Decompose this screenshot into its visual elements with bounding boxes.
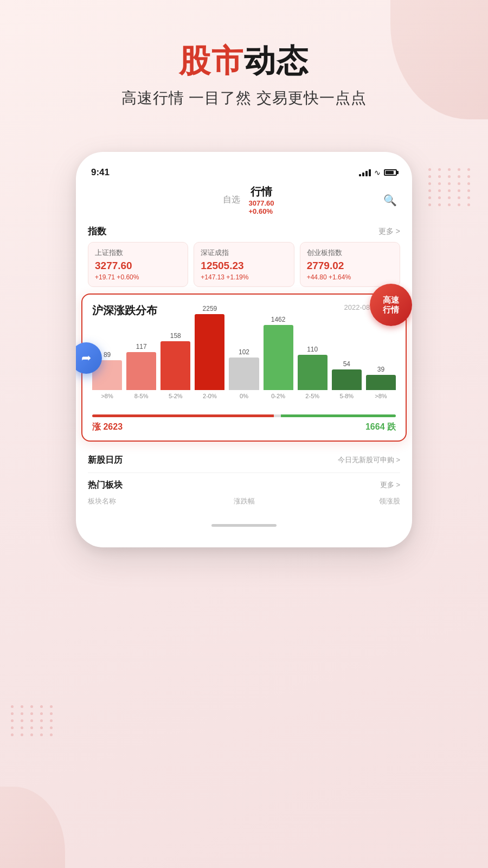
bottom-section: 新股日历 今日无新股可申购 > 热门板块 更多 > 板块名称 涨跌幅 领涨股 [76, 448, 412, 510]
bar-bottom-1: >8% [101, 393, 113, 399]
hot-blocks-more[interactable]: 更多 > [380, 480, 400, 490]
search-icon[interactable]: 🔍 [383, 194, 397, 207]
index-cards: 上证指数 3277.60 +19.71 +0.60% 深证成指 12505.23… [76, 242, 412, 293]
phone-mockup: 9:41 ∿ 自选 行情 3077.60 [76, 152, 412, 547]
title-black: 动态 [244, 43, 309, 78]
bar-label-158: 158 [170, 332, 181, 340]
bar-label-2259: 2259 [203, 305, 217, 312]
dots-decoration-right [428, 168, 472, 222]
bar-group-3: 158 5-2% [160, 332, 190, 399]
progress-neutral [274, 414, 281, 417]
index-card-chuangyeban[interactable]: 创业板指数 2779.02 +44.80 +1.64% [300, 242, 400, 287]
index-value-shenzhen: 12505.23 [201, 260, 287, 272]
index-name-shanghai: 上证指数 [95, 248, 181, 258]
progress-fall [281, 414, 396, 417]
home-bar [211, 524, 277, 527]
bar-group-7: 110 2-5% [298, 346, 328, 399]
bg-decoration-bottom [0, 787, 65, 868]
index-more-button[interactable]: 更多 > [378, 227, 400, 237]
index-value-chuangyeban: 2779.02 [307, 260, 393, 272]
signal-icon [359, 169, 371, 176]
bar-group-2: 117 8-5% [126, 343, 156, 399]
hot-blocks-title: 热门板块 [88, 480, 123, 491]
phone-frame: 9:41 ∿ 自选 行情 3077.60 [76, 152, 412, 547]
progress-bar [92, 414, 396, 417]
new-stock-title: 新股日历 [88, 455, 123, 466]
new-stock-right[interactable]: 今日无新股可申购 > [338, 455, 400, 465]
chart-header: 沪深涨跌分布 2022-08-31 14:3 [92, 303, 396, 318]
bar-red-4 [195, 314, 224, 390]
battery-icon [384, 169, 397, 176]
hot-blocks-item: 热门板块 更多 > [88, 473, 400, 493]
new-stock-item[interactable]: 新股日历 今日无新股可申购 > [88, 448, 400, 473]
bar-label-39: 39 [377, 366, 384, 373]
high-speed-badge: 高速 行情 [370, 284, 412, 326]
index-section-header: 指数 更多 > [76, 220, 412, 242]
tab-hangqing[interactable]: 行情 3077.60 +0.60% [249, 184, 274, 215]
bar-bottom-3: 5-2% [169, 393, 183, 399]
fall-summary: 1664 跌 [365, 422, 396, 433]
home-indicator [76, 510, 412, 531]
col-leading-stock: 领涨股 [296, 496, 400, 506]
bar-group-5: 102 0% [229, 348, 259, 399]
bar-green-4 [366, 375, 396, 390]
bar-bottom-5: 0% [240, 393, 248, 399]
tab-zixuan[interactable]: 自选 [214, 192, 249, 208]
index-change-chuangyeban: +44.80 +1.64% [307, 273, 393, 281]
bar-green-3 [332, 369, 362, 390]
bar-label-117: 117 [136, 343, 147, 350]
bar-bottom-7: 2-5% [305, 393, 319, 399]
wifi-icon: ∿ [374, 168, 381, 177]
bar-group-8: 54 5-8% [332, 360, 362, 399]
status-time: 9:41 [91, 167, 110, 178]
index-value-shanghai: 3277.60 [95, 260, 181, 272]
bar-label-89: 89 [104, 351, 111, 359]
status-bar: 9:41 ∿ [76, 163, 412, 180]
index-card-shanghai[interactable]: 上证指数 3277.60 +19.71 +0.60% [88, 242, 188, 287]
nav-tabs: 自选 行情 3077.60 +0.60% 🔍 [76, 180, 412, 220]
chart-card: 高速 行情 沪深涨跌分布 2022-08-31 14:3 89 >8% 117 [81, 293, 407, 442]
bar-bottom-4: 2-0% [203, 393, 217, 399]
index-card-shenzhen[interactable]: 深证成指 12505.23 +147.13 +1.19% [194, 242, 294, 287]
bar-group-9: 39 >8% [366, 366, 396, 399]
status-icons: ∿ [359, 168, 397, 177]
rise-fall-summary: 涨 2623 1664 跌 [92, 422, 396, 433]
dots-decoration-left [11, 705, 54, 760]
bar-group-6: 1462 0-2% [264, 316, 293, 399]
index-name-shenzhen: 深证成指 [201, 248, 287, 258]
index-change-shanghai: +19.71 +0.60% [95, 273, 181, 281]
index-change-shenzhen: +147.13 +1.19% [201, 273, 287, 281]
bar-red-3 [160, 341, 190, 390]
bar-label-54: 54 [343, 360, 350, 368]
bar-gray-1 [229, 358, 259, 390]
market-price: 3077.60 +0.60% [249, 199, 274, 215]
index-title: 指数 [88, 225, 106, 238]
bar-bottom-8: 5-8% [339, 393, 354, 399]
bar-chart: 89 >8% 117 8-5% 158 5-2% 2 [92, 326, 396, 412]
col-change: 涨跌幅 [192, 496, 296, 506]
bar-bottom-9: >8% [375, 393, 387, 399]
bar-bottom-2: 8-5% [134, 393, 149, 399]
progress-rise [92, 414, 274, 417]
bar-label-1462: 1462 [271, 316, 286, 323]
chart-title: 沪深涨跌分布 [92, 303, 157, 318]
bar-green-2 [298, 355, 328, 390]
bar-label-102: 102 [239, 348, 249, 356]
rise-summary: 涨 2623 [92, 422, 123, 433]
chat-icon: ➦ [81, 351, 91, 365]
bar-red-2 [126, 352, 156, 390]
bar-label-110: 110 [307, 346, 318, 353]
title-red: 股市 [179, 43, 244, 78]
index-name-chuangyeban: 创业板指数 [307, 248, 393, 258]
bar-bottom-6: 0-2% [271, 393, 285, 399]
hot-blocks-table-header: 板块名称 涨跌幅 领涨股 [88, 493, 400, 510]
bar-group-4: 2259 2-0% [195, 305, 224, 399]
col-block-name: 板块名称 [88, 496, 192, 506]
bar-green-1 [264, 325, 293, 390]
